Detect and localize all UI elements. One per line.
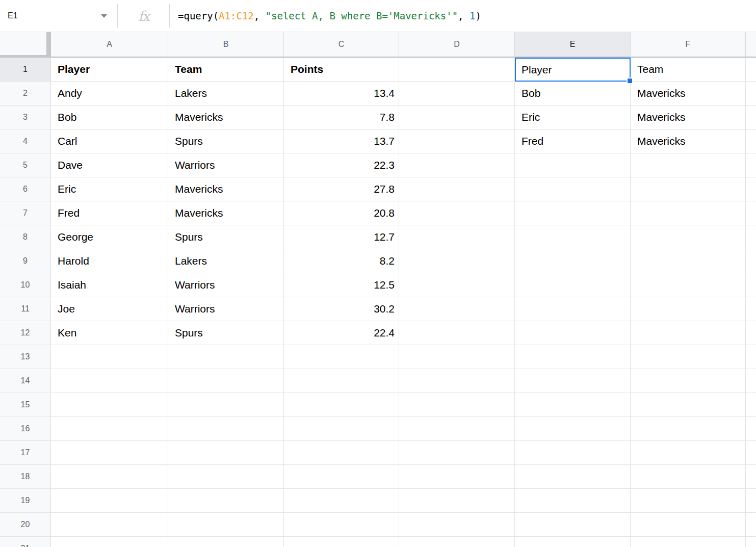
cell-A16[interactable] <box>51 417 168 441</box>
cell-D10[interactable] <box>399 273 515 297</box>
cell-F15[interactable] <box>631 393 746 417</box>
cell-partial-1[interactable] <box>746 58 756 82</box>
cell-F9[interactable] <box>631 249 746 273</box>
row-header-7[interactable]: 7 <box>0 201 51 225</box>
cell-partial-2[interactable] <box>746 82 756 106</box>
cell-partial-13[interactable] <box>746 345 756 369</box>
cell-C10[interactable]: 12.5 <box>284 273 399 297</box>
cell-A14[interactable] <box>51 369 168 393</box>
cell-C21[interactable] <box>284 537 399 547</box>
cell-A7[interactable]: Fred <box>51 201 168 225</box>
cell-C15[interactable] <box>284 393 399 417</box>
cell-F18[interactable] <box>631 465 746 489</box>
cell-F11[interactable] <box>631 297 746 321</box>
cell-F13[interactable] <box>631 345 746 369</box>
cell-partial-14[interactable] <box>746 369 756 393</box>
cell-A9[interactable]: Harold <box>51 249 168 273</box>
cell-E5[interactable] <box>515 153 631 177</box>
cell-B3[interactable]: Mavericks <box>168 106 284 129</box>
cell-F5[interactable] <box>631 153 746 177</box>
cell-A21[interactable] <box>51 537 168 547</box>
row-header-2[interactable]: 2 <box>0 82 51 106</box>
cell-partial-11[interactable] <box>746 297 756 321</box>
cell-partial-16[interactable] <box>746 417 756 441</box>
chevron-down-icon[interactable] <box>101 14 107 18</box>
cell-partial-15[interactable] <box>746 393 756 417</box>
row-header-19[interactable]: 19 <box>0 489 51 513</box>
cell-A5[interactable]: Dave <box>51 153 168 177</box>
cell-partial-18[interactable] <box>746 465 756 489</box>
cell-A6[interactable]: Eric <box>51 177 168 201</box>
cell-F1[interactable]: Team <box>631 58 746 82</box>
cell-B13[interactable] <box>168 345 284 369</box>
cell-E20[interactable] <box>515 513 631 537</box>
column-header-D[interactable]: D <box>399 32 515 58</box>
cell-E16[interactable] <box>515 417 631 441</box>
cell-partial-10[interactable] <box>746 273 756 297</box>
cell-partial-3[interactable] <box>746 106 756 129</box>
cell-partial-6[interactable] <box>746 177 756 201</box>
cell-F2[interactable]: Mavericks <box>631 82 746 106</box>
cell-B9[interactable]: Lakers <box>168 249 284 273</box>
cell-F14[interactable] <box>631 369 746 393</box>
cell-E2[interactable]: Bob <box>515 82 631 106</box>
cell-D2[interactable] <box>399 82 515 106</box>
column-header-C[interactable]: C <box>284 32 399 58</box>
row-header-13[interactable]: 13 <box>0 345 51 369</box>
cell-D13[interactable] <box>399 345 515 369</box>
cell-partial-21[interactable] <box>746 537 756 547</box>
cell-C13[interactable] <box>284 345 399 369</box>
cell-A8[interactable]: George <box>51 225 168 249</box>
cell-A1[interactable]: Player <box>51 58 168 82</box>
cell-D5[interactable] <box>399 153 515 177</box>
cell-D1[interactable] <box>399 58 515 82</box>
cell-partial-7[interactable] <box>746 201 756 225</box>
cell-B7[interactable]: Mavericks <box>168 201 284 225</box>
cell-D7[interactable] <box>399 201 515 225</box>
cell-E19[interactable] <box>515 489 631 513</box>
cell-A4[interactable]: Carl <box>51 129 168 153</box>
row-header-21[interactable]: 21 <box>0 537 51 547</box>
cell-D16[interactable] <box>399 417 515 441</box>
cell-E10[interactable] <box>515 273 631 297</box>
cell-F6[interactable] <box>631 177 746 201</box>
cell-D4[interactable] <box>399 129 515 153</box>
formula-input[interactable]: =query(A1:C12, "select A, B where B='Mav… <box>170 10 756 21</box>
cell-B16[interactable] <box>168 417 284 441</box>
cell-partial-9[interactable] <box>746 249 756 273</box>
cell-partial-4[interactable] <box>746 129 756 153</box>
cell-C5[interactable]: 22.3 <box>284 153 399 177</box>
cell-B18[interactable] <box>168 465 284 489</box>
cell-B6[interactable]: Mavericks <box>168 177 284 201</box>
cell-C20[interactable] <box>284 513 399 537</box>
cell-D19[interactable] <box>399 489 515 513</box>
column-header-partial[interactable] <box>746 32 756 58</box>
cell-C11[interactable]: 30.2 <box>284 297 399 321</box>
cell-B2[interactable]: Lakers <box>168 82 284 106</box>
cell-B8[interactable]: Spurs <box>168 225 284 249</box>
cell-C18[interactable] <box>284 465 399 489</box>
cell-C1[interactable]: Points <box>284 58 399 82</box>
cell-B21[interactable] <box>168 537 284 547</box>
row-header-8[interactable]: 8 <box>0 225 51 249</box>
row-header-11[interactable]: 11 <box>0 297 51 321</box>
cell-F17[interactable] <box>631 441 746 465</box>
cell-B20[interactable] <box>168 513 284 537</box>
cell-E14[interactable] <box>515 369 631 393</box>
cell-C4[interactable]: 13.7 <box>284 129 399 153</box>
cell-F3[interactable]: Mavericks <box>631 106 746 129</box>
column-header-E[interactable]: E <box>515 32 631 58</box>
cell-B15[interactable] <box>168 393 284 417</box>
cell-B17[interactable] <box>168 441 284 465</box>
cell-F8[interactable] <box>631 225 746 249</box>
row-header-12[interactable]: 12 <box>0 321 51 345</box>
cell-A12[interactable]: Ken <box>51 321 168 345</box>
row-header-17[interactable]: 17 <box>0 441 51 465</box>
cell-D12[interactable] <box>399 321 515 345</box>
select-all-corner[interactable] <box>0 32 51 58</box>
cell-partial-17[interactable] <box>746 441 756 465</box>
cell-B11[interactable]: Warriors <box>168 297 284 321</box>
row-header-5[interactable]: 5 <box>0 153 51 177</box>
cell-partial-12[interactable] <box>746 321 756 345</box>
cell-C3[interactable]: 7.8 <box>284 106 399 129</box>
